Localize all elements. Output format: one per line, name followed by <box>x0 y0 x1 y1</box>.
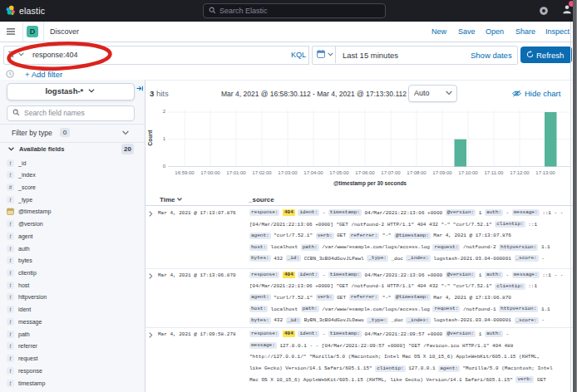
svg-text:1: 1 <box>163 136 166 141</box>
svg-text:17:13:00: 17:13:00 <box>535 170 555 175</box>
svg-text:17:06:00: 17:06:00 <box>355 170 375 175</box>
svg-text:Count: Count <box>147 130 153 146</box>
svg-text:17:02:00: 17:02:00 <box>252 170 272 175</box>
svg-text:0: 0 <box>163 164 166 169</box>
svg-text:@timestamp per 30 seconds: @timestamp per 30 seconds <box>333 180 407 187</box>
svg-text:17:03:00: 17:03:00 <box>278 170 298 175</box>
svg-text:17:09:00: 17:09:00 <box>432 170 452 175</box>
svg-text:17:11:00: 17:11:00 <box>485 170 505 175</box>
svg-text:17:10:00: 17:10:00 <box>458 170 478 175</box>
svg-text:17:04:00: 17:04:00 <box>303 170 323 175</box>
svg-text:16:59:00: 16:59:00 <box>175 170 195 175</box>
svg-text:17:12:00: 17:12:00 <box>510 170 530 175</box>
svg-text:2: 2 <box>163 109 166 114</box>
svg-text:17:05:00: 17:05:00 <box>329 170 349 175</box>
svg-text:17:08:00: 17:08:00 <box>407 170 427 175</box>
svg-text:17:07:00: 17:07:00 <box>381 170 401 175</box>
svg-text:17:01:00: 17:01:00 <box>226 170 246 175</box>
svg-text:17:00:00: 17:00:00 <box>200 170 220 175</box>
